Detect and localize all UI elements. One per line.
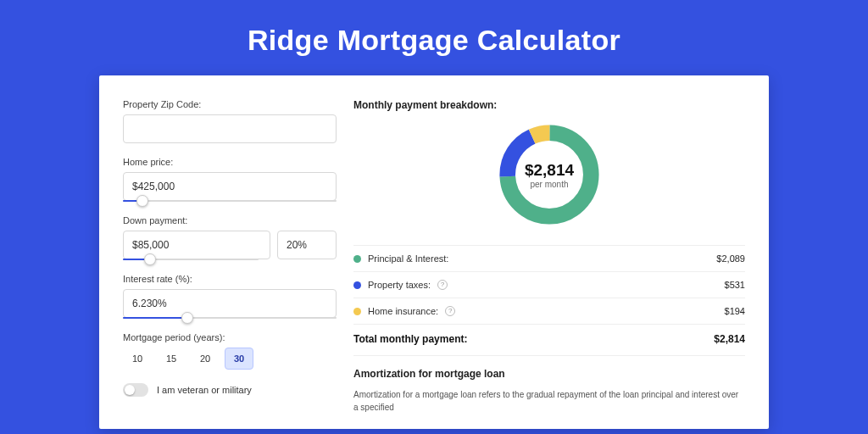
veteran-label: I am veteran or military <box>157 385 252 395</box>
total-row: Total monthly payment: $2,814 <box>353 325 745 355</box>
legend-value: $2,089 <box>716 253 745 264</box>
page-title: Ridge Mortgage Calculator <box>0 24 868 57</box>
rate-slider[interactable] <box>123 317 337 319</box>
rate-slider-thumb[interactable] <box>181 312 193 324</box>
rate-group: Interest rate (%): <box>123 274 337 319</box>
period-option-20[interactable]: 20 <box>191 348 220 370</box>
period-group: Mortgage period (years): 10152030 <box>123 332 337 370</box>
legend-dot-icon <box>353 281 361 289</box>
legend-dot-icon <box>353 255 361 263</box>
period-label: Mortgage period (years): <box>123 332 337 342</box>
legend-dot-icon <box>353 308 361 315</box>
down-label: Down payment: <box>123 215 337 225</box>
price-slider[interactable] <box>123 200 337 202</box>
donut-sub: per month <box>530 180 568 189</box>
legend-value: $194 <box>725 306 745 316</box>
breakdown-title: Monthly payment breakdown: <box>353 99 745 111</box>
legend: Principal & Interest:$2,089Property taxe… <box>353 245 745 325</box>
donut-chart: $2,814 per month <box>353 120 745 230</box>
inputs-column: Property Zip Code: Home price: Down paym… <box>123 99 337 414</box>
info-icon[interactable]: ? <box>445 306 455 316</box>
price-input[interactable] <box>123 172 337 201</box>
results-column: Monthly payment breakdown: $2,814 per mo… <box>353 99 745 414</box>
legend-value: $531 <box>725 280 745 290</box>
total-value: $2,814 <box>714 333 745 345</box>
amort-title: Amortization for mortgage loan <box>353 368 745 380</box>
total-label: Total monthly payment: <box>353 333 467 345</box>
legend-row: Principal & Interest:$2,089 <box>353 246 745 272</box>
donut-amount: $2,814 <box>525 161 574 180</box>
price-label: Home price: <box>123 157 337 167</box>
calculator-card: Property Zip Code: Home price: Down paym… <box>99 75 769 429</box>
legend-label: Home insurance: <box>368 306 438 316</box>
rate-label: Interest rate (%): <box>123 274 337 284</box>
amort-text: Amortization for a mortgage loan refers … <box>353 388 745 414</box>
period-option-30[interactable]: 30 <box>225 348 253 370</box>
rate-input[interactable] <box>123 289 337 318</box>
legend-row: Property taxes:?$531 <box>353 272 745 298</box>
zip-input[interactable] <box>123 114 337 143</box>
veteran-toggle[interactable] <box>123 383 148 397</box>
info-icon[interactable]: ? <box>437 280 448 290</box>
amortization-section: Amortization for mortgage loan Amortizat… <box>353 355 745 414</box>
legend-row: Home insurance:?$194 <box>353 298 745 325</box>
period-option-10[interactable]: 10 <box>123 348 152 370</box>
zip-group: Property Zip Code: <box>123 99 337 143</box>
legend-label: Property taxes: <box>368 280 431 290</box>
zip-label: Property Zip Code: <box>123 99 337 109</box>
period-option-15[interactable]: 15 <box>157 348 186 370</box>
price-group: Home price: <box>123 157 337 202</box>
down-percent-input[interactable] <box>277 231 337 259</box>
legend-label: Principal & Interest: <box>368 253 448 264</box>
hero-banner: Ridge Mortgage Calculator <box>0 0 868 75</box>
price-slider-thumb[interactable] <box>136 195 148 207</box>
veteran-row: I am veteran or military <box>123 383 337 397</box>
down-slider-thumb[interactable] <box>144 253 156 265</box>
down-group: Down payment: <box>123 215 337 260</box>
down-slider[interactable] <box>123 259 259 260</box>
